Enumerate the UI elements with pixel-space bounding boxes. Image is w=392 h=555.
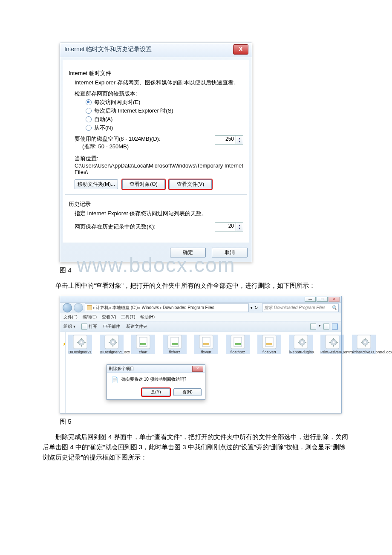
file-label: PrintActiveXControl <box>320 350 344 354</box>
window-close-button[interactable]: ✕ <box>329 297 340 302</box>
cancel-button[interactable]: 取消 <box>212 248 248 257</box>
view-objects-button[interactable]: 查看对象(O) <box>122 179 165 189</box>
search-icon: 🔍 <box>331 305 337 310</box>
file-label: chart <box>131 350 155 354</box>
folder-icon <box>87 305 92 310</box>
check-label: 检查所存网页的较新版本: <box>75 90 243 98</box>
location-label: 当前位置: <box>75 155 243 162</box>
menu-item[interactable]: 查看(V) <box>102 314 116 320</box>
file-item[interactable]: BIDesigner21 <box>68 335 92 354</box>
open-button[interactable]: 打开 <box>81 324 97 330</box>
file-label: floatvert <box>257 350 281 354</box>
breadcrumb[interactable]: ▸ 计算机 ▸ 本地磁盘 (C:) ▸ Windows ▸ Downloaded… <box>85 304 249 312</box>
svg-point-31 <box>301 341 303 343</box>
history-title: 历史记录 <box>69 200 243 208</box>
organize-button[interactable]: 组织 ▾ <box>63 324 75 330</box>
menu-item[interactable]: 编辑(E) <box>83 314 97 320</box>
star-icon: ★ <box>63 342 66 347</box>
file-item[interactable]: PrintActiveXControl <box>320 335 344 354</box>
paragraph-2: 删除完成后回到图 4 界面中，单击“查看文件”，把打开的文件夹中所有的文件全部选… <box>43 432 349 462</box>
dialog-title-text: Internet 临时文件和历史记录设置 <box>64 46 152 53</box>
file-label: iReportPluginX <box>289 350 313 354</box>
svg-rect-19 <box>172 343 178 345</box>
crumb-windows[interactable]: Windows <box>141 305 159 310</box>
radio-option-2[interactable]: 自动(A) <box>86 116 243 123</box>
view-button[interactable] <box>310 324 316 330</box>
history-days-input[interactable]: 20 <box>215 222 236 231</box>
temp-files-title: Internet 临时文件 <box>69 69 243 77</box>
file-item[interactable]: PrintActiveXControl.ocx <box>352 335 376 354</box>
minimize-button[interactable]: — <box>305 297 316 302</box>
crumb-c[interactable]: 本地磁盘 (C:) <box>112 305 138 311</box>
disk-space-spinner[interactable]: ▲▼ <box>236 135 243 145</box>
file-item[interactable]: floatvert <box>257 335 281 354</box>
dialog-titlebar: Internet 临时文件和历史记录设置 X <box>60 43 252 57</box>
file-item[interactable]: iReportPluginX <box>289 335 313 354</box>
file-label: PrintActiveXControl.ocx <box>352 350 376 354</box>
history-days-label: 网页保存在历史记录中的天数(K): <box>75 223 156 231</box>
history-days-spinner[interactable]: ▲▼ <box>236 222 243 231</box>
settings-dialog: Internet 临时文件和历史记录设置 X Internet 临时文件 Int… <box>60 43 252 262</box>
disk-label-2: (推荐: 50 - 250MB) <box>82 143 161 150</box>
menu-bar[interactable]: 文件(F)编辑(E)查看(V)工具(T)帮助(H) <box>60 313 341 321</box>
radio-label: 每次启动 Internet Explorer 时(S) <box>94 107 173 115</box>
figure-5-caption: 图 5 <box>60 418 349 426</box>
file-item[interactable]: fixhorz <box>163 335 187 354</box>
move-folder-button[interactable]: 移动文件夹(M)... <box>75 179 118 189</box>
svg-rect-25 <box>235 343 241 345</box>
search-placeholder: 搜索 Downloaded Program Files <box>264 305 325 311</box>
help-button[interactable] <box>332 324 338 330</box>
ok-button[interactable]: 确定 <box>170 248 206 257</box>
delete-no-button[interactable]: 否(N) <box>173 388 202 396</box>
menu-item[interactable]: 文件(F) <box>63 314 78 320</box>
radio-icon <box>86 116 92 122</box>
file-item[interactable]: floathorz <box>226 335 250 354</box>
close-button[interactable]: X <box>233 44 248 55</box>
radio-label: 从不(N) <box>94 124 113 132</box>
search-input[interactable]: 搜索 Downloaded Program Files 🔍 <box>262 304 339 312</box>
crumb-dpf[interactable]: Downloaded Program Files <box>163 305 214 310</box>
maximize-button[interactable]: □ <box>317 297 328 302</box>
radio-label: 每次访问网页时(E) <box>94 98 140 106</box>
figure-4-caption: 图 4 <box>60 266 349 275</box>
disk-space-input[interactable]: 250 <box>215 135 236 145</box>
temp-files-desc: Internet Explorer 存储网页、图像和媒体的副本以便以后快速查看。 <box>75 79 243 87</box>
svg-point-9 <box>112 341 114 343</box>
svg-rect-16 <box>140 343 146 345</box>
menu-item[interactable]: 工具(T) <box>121 314 135 320</box>
svg-point-38 <box>333 341 335 343</box>
file-item[interactable]: chart <box>131 335 155 354</box>
paragraph-1: 单击上图中的“查看对象”，把打开的文件夹中所有的文件全部选中，进行删除，如下图所… <box>43 280 349 291</box>
delete-dialog-close[interactable]: ✕ <box>192 366 203 372</box>
location-path: C:\Users\User\AppData\Local\Microsoft\Wi… <box>75 162 243 175</box>
view-files-button[interactable]: 查看文件(V) <box>169 179 212 189</box>
svg-point-45 <box>364 341 366 343</box>
radio-option-0[interactable]: 每次访问网页时(E) <box>86 98 243 106</box>
nav-back-button[interactable] <box>63 303 72 312</box>
file-item[interactable]: BIDesigner21.ocx <box>100 335 124 354</box>
delete-dialog-msg: 确实要将这 10 项移动到回收站吗? <box>121 376 186 382</box>
disk-label-1: 要使用的磁盘空间(8 - 1024MB)(D): <box>75 135 161 143</box>
new-folder-button[interactable]: 新建文件夹 <box>126 324 147 330</box>
menu-item[interactable]: 帮助(H) <box>140 314 155 320</box>
delete-yes-button[interactable]: 是(Y) <box>142 388 170 396</box>
file-item[interactable]: fixvert <box>194 335 218 354</box>
crumb-computer[interactable]: 计算机 <box>96 305 109 311</box>
file-label: fixvert <box>194 350 218 354</box>
radio-icon <box>86 125 92 131</box>
delete-confirm-dialog: 删除多个项目 ✕ 📄 确实要将这 10 项移动到回收站吗? 是(Y) 否(N) <box>107 364 205 400</box>
file-label: BIDesigner21.ocx <box>100 350 124 354</box>
file-list[interactable]: BIDesigner21BIDesigner21.ocxchartfixhorz… <box>68 335 376 354</box>
email-button[interactable]: 电子邮件 <box>103 324 120 330</box>
nav-forward-button[interactable] <box>74 303 83 312</box>
sidebar: ★收藏夹 下载桌面最近访问的位置 库 视频图片文档迅雷下载音乐 🖥计算机 本地磁… <box>60 332 66 413</box>
file-label: BIDesigner21 <box>68 350 92 354</box>
preview-pane-button[interactable] <box>323 324 329 330</box>
svg-point-2 <box>81 341 83 343</box>
explorer-window: — □ ✕ ▸ 计算机 ▸ 本地磁盘 (C:) ▸ Windows ▸ Down… <box>60 296 342 413</box>
svg-rect-28 <box>266 343 272 345</box>
radio-option-1[interactable]: 每次启动 Internet Explorer 时(S) <box>86 107 243 115</box>
delete-dialog-title: 删除多个项目 <box>109 366 134 372</box>
radio-icon <box>86 108 92 114</box>
radio-option-3[interactable]: 从不(N) <box>86 124 243 132</box>
